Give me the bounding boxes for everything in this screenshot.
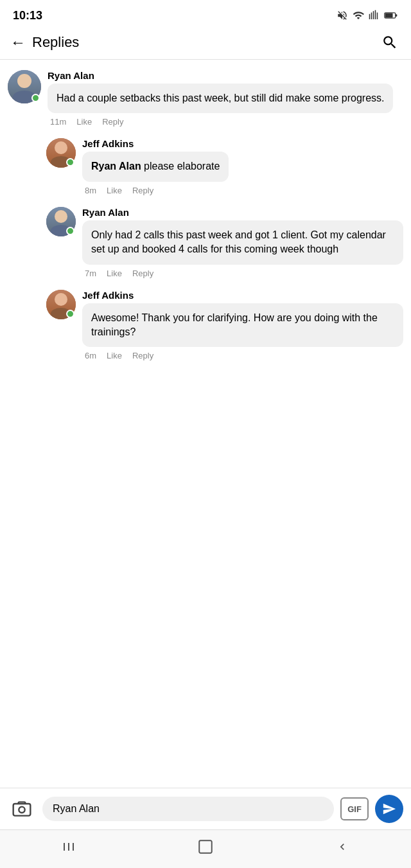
online-indicator — [31, 94, 40, 102]
message-item: Ryan Alan Only had 2 calls this past wee… — [46, 207, 403, 278]
back-button[interactable]: ← — [10, 33, 26, 51]
avatar-jeff-1 — [46, 138, 76, 168]
message-content-3: Ryan Alan Only had 2 calls this past wee… — [82, 207, 403, 278]
message-input[interactable]: Ryan Alan — [42, 797, 334, 821]
svg-rect-1 — [396, 14, 398, 16]
gif-label: GIF — [347, 804, 362, 814]
message-text: please elaborate — [141, 161, 220, 172]
message-time: 7m — [85, 269, 96, 278]
status-time: 10:13 — [13, 9, 42, 22]
message-item: Jeff Adkins Ryan Alan please elaborate 8… — [46, 138, 403, 195]
online-indicator — [66, 310, 74, 318]
message-bubble: Awesome! Thank you for clarifying. How a… — [82, 303, 403, 348]
nav-bar — [0, 829, 411, 868]
like-button[interactable]: Like — [107, 269, 122, 278]
input-area: Ryan Alan GIF — [0, 788, 411, 829]
send-icon — [382, 802, 396, 816]
svg-point-4 — [19, 807, 24, 813]
like-button[interactable]: Like — [76, 117, 92, 127]
svg-rect-3 — [13, 804, 31, 816]
sender-name: Ryan Alan — [82, 207, 403, 218]
mention-text: Ryan Alan — [91, 161, 141, 172]
message-text: Awesome! Thank you for clarifying. How a… — [91, 312, 378, 337]
message-content-4: Jeff Adkins Awesome! Thank you for clari… — [82, 290, 403, 361]
avatar-jeff-2 — [46, 290, 76, 319]
svg-rect-8 — [199, 840, 212, 853]
input-placeholder: Ryan Alan — [53, 803, 100, 815]
menu-icon — [61, 839, 76, 855]
message-text: Had a couple setbacks this past week, bu… — [57, 93, 384, 103]
message-meta: 11m Like Reply — [48, 117, 403, 127]
home-icon — [197, 838, 214, 855]
search-icon[interactable] — [381, 34, 398, 51]
avatar-ryan-1 — [8, 70, 41, 103]
wifi-icon — [352, 10, 365, 21]
header-left: ← Replies — [10, 33, 79, 51]
sender-name: Jeff Adkins — [82, 138, 403, 149]
message-time: 6m — [85, 351, 96, 360]
nav-menu-button[interactable] — [49, 834, 88, 860]
message-meta: 6m Like Reply — [82, 351, 403, 360]
gif-button[interactable]: GIF — [340, 797, 369, 820]
like-button[interactable]: Like — [107, 351, 122, 360]
nav-home-button[interactable] — [186, 834, 225, 860]
sender-name: Ryan Alan — [48, 70, 403, 81]
send-button[interactable] — [375, 795, 403, 823]
nav-back-icon — [336, 840, 349, 853]
message-time: 8m — [85, 186, 96, 195]
reply-button[interactable]: Reply — [102, 117, 123, 127]
mute-icon — [337, 10, 348, 21]
status-bar: 10:13 — [0, 0, 411, 28]
avatar-ryan-2 — [46, 207, 76, 236]
nav-back-button[interactable] — [323, 834, 362, 860]
reply-button[interactable]: Reply — [132, 351, 153, 360]
header: ← Replies — [0, 28, 411, 60]
online-indicator — [66, 227, 74, 235]
message-content-2: Jeff Adkins Ryan Alan please elaborate 8… — [82, 138, 403, 195]
reply-button[interactable]: Reply — [132, 269, 153, 278]
message-item: Jeff Adkins Awesome! Thank you for clari… — [46, 290, 403, 361]
message-bubble: Had a couple setbacks this past week, bu… — [48, 84, 393, 113]
message-content-1: Ryan Alan Had a couple setbacks this pas… — [48, 70, 403, 127]
message-time: 11m — [50, 117, 66, 127]
header-title: Replies — [32, 34, 79, 51]
svg-rect-7 — [73, 843, 74, 851]
reply-button[interactable]: Reply — [132, 186, 153, 195]
message-bubble: Ryan Alan please elaborate — [82, 152, 229, 181]
svg-rect-2 — [385, 13, 393, 18]
message-meta: 7m Like Reply — [82, 269, 403, 278]
message-item: Ryan Alan Had a couple setbacks this pas… — [8, 70, 403, 127]
svg-rect-6 — [68, 843, 69, 851]
camera-button[interactable] — [8, 795, 36, 823]
svg-rect-5 — [64, 843, 65, 851]
message-bubble: Only had 2 calls this past week and got … — [82, 220, 403, 265]
messages-area: Ryan Alan Had a couple setbacks this pas… — [0, 60, 411, 788]
sender-name: Jeff Adkins — [82, 290, 403, 301]
message-text: Only had 2 calls this past week and got … — [91, 229, 386, 254]
status-icons — [337, 10, 398, 21]
battery-icon — [384, 11, 398, 20]
like-button[interactable]: Like — [107, 186, 122, 195]
message-meta: 8m Like Reply — [82, 186, 403, 195]
camera-icon — [12, 799, 32, 819]
signal-icon — [369, 10, 380, 21]
